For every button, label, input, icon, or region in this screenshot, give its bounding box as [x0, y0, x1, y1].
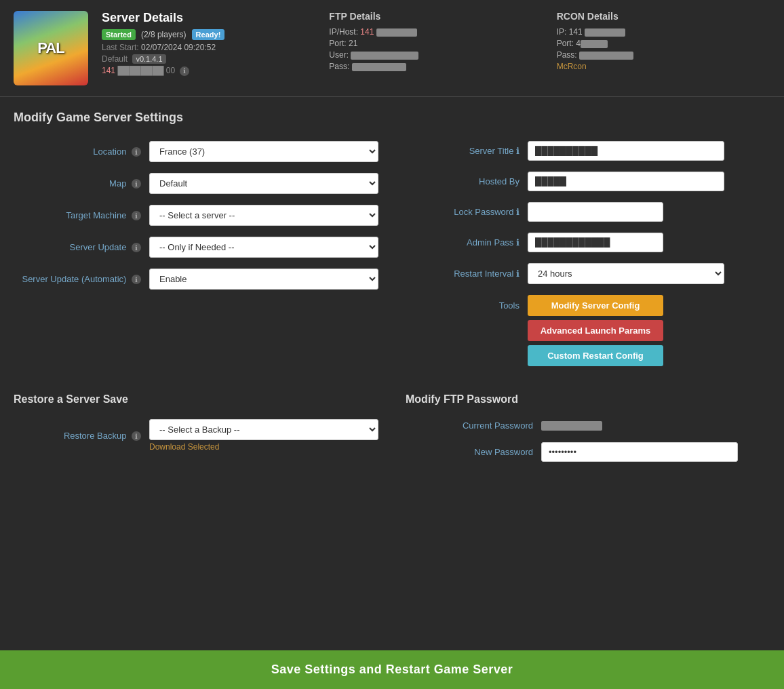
- restore-section: Restore a Server Save Restore Backup ℹ -…: [14, 393, 378, 473]
- target-machine-select[interactable]: -- Select a server --: [149, 205, 378, 226]
- status-started-badge: Started: [102, 29, 136, 40]
- version-badge: v0.1.4.1: [132, 54, 165, 64]
- tools-row: Tools Modify Server Config Advanced Laun…: [419, 295, 770, 366]
- restore-backup-label: Restore Backup ℹ: [14, 431, 149, 441]
- ftp-title: FTP Details: [329, 11, 543, 22]
- server-title-row: Server Title ℹ: [419, 141, 770, 161]
- download-selected-link[interactable]: Download Selected: [149, 442, 219, 452]
- ftp-port-value: 21: [349, 39, 357, 48]
- settings-form-grid: Location ℹ France (37) Germany (12) USA …: [14, 141, 770, 373]
- location-select[interactable]: France (37) Germany (12) USA (45): [149, 141, 378, 162]
- server-update-control: -- Only if Needed -- Always Never: [149, 237, 378, 258]
- rcon-section: RCON Details IP: 141 Port: 4 Pass: McRco…: [557, 11, 770, 73]
- ftp-pass-value: [352, 63, 406, 71]
- status-ready-badge: Ready!: [192, 29, 225, 40]
- server-update-info-icon[interactable]: ℹ: [132, 243, 141, 252]
- server-title-label: Server Title ℹ: [419, 146, 528, 156]
- map-label: Map ℹ: [14, 178, 149, 189]
- hosted-by-input[interactable]: [528, 172, 724, 191]
- status-players-badge: (2/8 players): [141, 30, 187, 39]
- server-info: Server Details Started (2/8 players) Rea…: [102, 11, 315, 78]
- ftp-port-row: Port: 21: [329, 39, 543, 48]
- server-update-auto-select[interactable]: Enable Disable: [149, 269, 378, 290]
- restore-backup-select[interactable]: -- Select a Backup --: [149, 419, 378, 440]
- target-machine-info-icon[interactable]: ℹ: [132, 211, 141, 220]
- location-info-icon[interactable]: ℹ: [132, 147, 141, 157]
- restart-interval-control: 24 hours 12 hours 6 hours Never: [528, 263, 770, 284]
- hosted-by-label: Hosted By: [419, 176, 528, 186]
- restore-backup-row: Restore Backup ℹ -- Select a Backup -- D…: [14, 419, 378, 452]
- main-content: Modify Game Server Settings Location ℹ F…: [0, 97, 784, 486]
- server-title-info-icon[interactable]: ℹ: [516, 146, 520, 156]
- admin-pass-label: Admin Pass ℹ: [419, 237, 528, 248]
- ip-info-icon[interactable]: ℹ: [180, 66, 189, 76]
- ip-row: 141 ████████ 00 ℹ: [102, 66, 315, 76]
- mcron-row: McRcon: [557, 62, 770, 71]
- left-column: Location ℹ France (37) Germany (12) USA …: [14, 141, 378, 373]
- admin-pass-row: Admin Pass ℹ: [419, 233, 770, 252]
- hosted-by-control: [528, 172, 770, 191]
- restore-backup-info-icon[interactable]: ℹ: [132, 431, 141, 441]
- bottom-sections: Restore a Server Save Restore Backup ℹ -…: [14, 393, 770, 473]
- right-column: Server Title ℹ Hosted By Lock Pa: [406, 141, 770, 373]
- server-title-input[interactable]: [528, 141, 724, 161]
- tools-buttons: Modify Server Config Advanced Launch Par…: [528, 295, 663, 366]
- server-update-select[interactable]: -- Only if Needed -- Always Never: [149, 237, 378, 258]
- ftp-ip-value: 141: [360, 27, 416, 37]
- restart-interval-row: Restart Interval ℹ 24 hours 12 hours 6 h…: [419, 263, 770, 284]
- map-control: Default Custom Map 1: [149, 173, 378, 194]
- ftp-password-heading: Modify FTP Password: [406, 393, 770, 406]
- lock-password-info-icon[interactable]: ℹ: [516, 207, 520, 217]
- restart-interval-label: Restart Interval ℹ: [419, 269, 528, 279]
- new-password-row: New Password: [406, 442, 770, 462]
- admin-pass-control: [528, 233, 770, 252]
- server-thumbnail: PAL: [14, 11, 88, 85]
- save-settings-button[interactable]: Save Settings and Restart Game Server: [271, 663, 513, 677]
- status-row: Started (2/8 players) Ready!: [102, 29, 315, 40]
- new-password-input[interactable]: [541, 442, 738, 462]
- location-label: Location ℹ: [14, 146, 149, 157]
- server-update-auto-info-icon[interactable]: ℹ: [132, 275, 141, 284]
- lock-password-label: Lock Password ℹ: [419, 207, 528, 217]
- server-update-row: Server Update ℹ -- Only if Needed -- Alw…: [14, 237, 378, 258]
- current-password-control: [541, 419, 770, 431]
- current-password-row: Current Password: [406, 419, 770, 431]
- ftp-ip-row: IP/Host: 141: [329, 27, 543, 37]
- server-details-title: Server Details: [102, 11, 315, 25]
- last-start-row: Last Start: 02/07/2024 09:20:52: [102, 43, 315, 52]
- location-control: France (37) Germany (12) USA (45): [149, 141, 378, 162]
- ip-value: 141: [102, 66, 115, 75]
- target-machine-control: -- Select a server --: [149, 205, 378, 226]
- ftp-section: FTP Details IP/Host: 141 Port: 21 User: …: [329, 11, 543, 73]
- restore-heading: Restore a Server Save: [14, 393, 378, 406]
- modify-server-config-button[interactable]: Modify Server Config: [528, 295, 663, 316]
- server-update-auto-control: Enable Disable: [149, 269, 378, 290]
- restart-interval-info-icon[interactable]: ℹ: [516, 269, 520, 279]
- map-info-icon[interactable]: ℹ: [132, 179, 141, 189]
- restart-interval-select[interactable]: 24 hours 12 hours 6 hours Never: [528, 263, 724, 284]
- rcon-ip-row: IP: 141: [557, 27, 770, 37]
- ftp-user-row: User:: [329, 50, 543, 60]
- server-header: PAL Server Details Started (2/8 players)…: [0, 0, 784, 97]
- default-version-row: Default v0.1.4.1: [102, 54, 315, 64]
- new-password-control: [541, 442, 770, 462]
- mcron-link[interactable]: McRcon: [557, 62, 587, 71]
- restore-backup-control: -- Select a Backup -- Download Selected: [149, 419, 378, 452]
- map-row: Map ℹ Default Custom Map 1: [14, 173, 378, 194]
- ftp-user-value: [351, 52, 418, 60]
- new-password-label: New Password: [406, 447, 541, 457]
- lock-password-input[interactable]: [528, 202, 663, 222]
- current-password-label: Current Password: [406, 420, 541, 431]
- admin-pass-input[interactable]: [528, 233, 663, 252]
- map-select[interactable]: Default Custom Map 1: [149, 173, 378, 194]
- modify-settings-heading: Modify Game Server Settings: [14, 111, 770, 125]
- rcon-pass-row: Pass:: [557, 50, 770, 60]
- lock-password-row: Lock Password ℹ: [419, 202, 770, 222]
- admin-pass-info-icon[interactable]: ℹ: [516, 237, 520, 248]
- rcon-port-value: 4: [576, 39, 608, 48]
- rcon-port-row: Port: 4: [557, 39, 770, 48]
- ftp-pass-row: Pass:: [329, 62, 543, 71]
- server-title-control: [528, 141, 770, 161]
- custom-restart-config-button[interactable]: Custom Restart Config: [528, 345, 663, 366]
- advanced-launch-params-button[interactable]: Advanced Launch Params: [528, 320, 663, 341]
